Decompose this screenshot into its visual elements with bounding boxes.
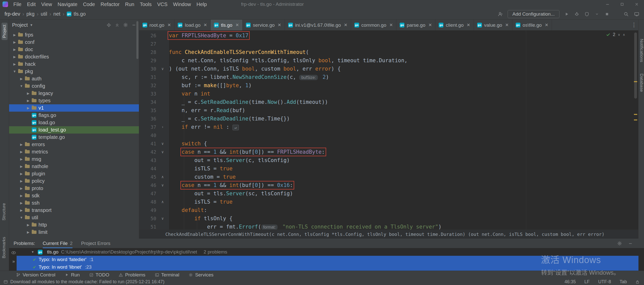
tree-chevron[interactable]: ▶ (12, 48, 18, 51)
ide-logo-icon[interactable] (3, 2, 8, 7)
code-line[interactable]: 29 c net.Conn, tlsConfig *tls.Config, tl… (139, 56, 638, 65)
fold-marker[interactable]: ∨ (159, 214, 166, 223)
code-line[interactable]: 45∧ custom = true (139, 173, 638, 181)
fold-marker[interactable]: ∨ (159, 181, 166, 189)
menu-refactor[interactable]: Refactor (98, 0, 122, 9)
menu-window[interactable]: Window (170, 0, 194, 9)
tree-item-template.go[interactable]: gotemplate.go (9, 134, 139, 141)
code-line[interactable]: 40 (139, 131, 638, 140)
code-line[interactable]: 49 default: (139, 206, 638, 214)
code-line[interactable]: 46∨ case n == 1 && int(buf[0]) == 0x16: (139, 181, 638, 189)
code-line[interactable]: 37› if err != nil : ↵ (139, 123, 638, 131)
menu-tools[interactable]: Tools (137, 0, 155, 9)
fold-marker[interactable]: ∨ (159, 140, 166, 148)
toolwindow-button-problems[interactable]: Problems (119, 272, 145, 278)
line-number[interactable]: 34 (139, 98, 159, 106)
file-encoding[interactable]: UTF-8 (598, 279, 611, 284)
tree-item-dockerfiles[interactable]: ▶dockerfiles (9, 53, 139, 60)
code-line[interactable]: 50∨ if tlsOnly { (139, 214, 638, 223)
menu-code[interactable]: Code (80, 0, 98, 9)
code-line[interactable]: 26var FRPTLSHeadByte = 0x17 (139, 31, 638, 40)
background-task-icon[interactable] (4, 280, 8, 284)
toolwindow-button-run[interactable]: Run (65, 272, 80, 278)
breadcrumb-item-pkg[interactable]: pkg (26, 11, 35, 17)
toolwindow-button-services[interactable]: Services (189, 272, 213, 278)
close-icon[interactable]: ✕ (467, 22, 470, 28)
tree-chevron[interactable]: ▶ (12, 33, 18, 37)
settings-icon[interactable] (617, 241, 622, 246)
menu-edit[interactable]: Edit (24, 0, 38, 9)
hide-icon[interactable] (132, 23, 136, 27)
problem-row[interactable]: ✔Typo: In word 'libnet':23 (17, 263, 638, 271)
tool-stripe-database[interactable]: Database (639, 74, 644, 92)
line-number[interactable]: 47 (139, 189, 159, 198)
close-button[interactable] (629, 0, 644, 9)
line-number[interactable]: 31 (139, 73, 159, 81)
line-number[interactable]: 32 (139, 81, 159, 90)
inspections-widget[interactable]: 2 ∨ ∧ (606, 32, 625, 37)
tree-chevron[interactable]: ▶ (12, 62, 18, 66)
tool-stripe-structure[interactable]: Structure (2, 203, 7, 220)
tree-item-http[interactable]: ▶http (9, 221, 139, 229)
code-line[interactable]: 36 _ = c.SetReadDeadline(time.Time{}) (139, 115, 638, 123)
status-message[interactable]: Download all modules to the module cache… (10, 279, 164, 284)
tab-service.go[interactable]: goservice.go✕ (243, 20, 285, 30)
menu-vcs[interactable]: VCS (154, 0, 170, 9)
breadcrumb-item-tls.go[interactable]: tls.go (73, 11, 86, 17)
fold-marker[interactable]: ∨ (159, 65, 166, 73)
tree-chevron[interactable]: ▶ (18, 150, 24, 154)
tree-item-sdk[interactable]: ▶sdk (9, 192, 139, 199)
tree-chevron[interactable]: ▼ (18, 216, 24, 219)
line-number[interactable]: 35 (139, 106, 159, 115)
problems-file-row[interactable]: ▼ go tls.go C:\Users\Administrator\Deskt… (9, 248, 644, 256)
tree-item-auth[interactable]: ▶auth (9, 75, 139, 82)
line-number[interactable]: 51 (139, 223, 159, 230)
close-icon[interactable]: ✕ (389, 22, 393, 28)
settings-icon[interactable] (123, 23, 128, 27)
code-line[interactable]: 44 isTLS = true (139, 165, 638, 173)
fold-marker[interactable]: ∧ (159, 173, 166, 181)
tab-value.go[interactable]: govalue.go✕ (474, 20, 512, 30)
tree-chevron[interactable]: ▶ (18, 77, 24, 81)
tree-item-transport[interactable]: ▶transport (9, 207, 139, 214)
expand-icon[interactable]: » (12, 259, 15, 264)
prev-problem-icon[interactable]: ∧ (623, 33, 625, 37)
code-line[interactable]: 48∧ isTLS = true (139, 198, 638, 206)
code-line[interactable]: 42∨ case n == 1 && int(buf[0]) == FRPTLS… (139, 148, 638, 156)
screen-share-icon[interactable] (633, 11, 640, 17)
close-icon[interactable]: ✕ (428, 22, 432, 28)
tree-item-ssh[interactable]: ▶ssh (9, 199, 139, 207)
tree-chevron[interactable]: ▶ (25, 223, 31, 227)
close-icon[interactable]: ✕ (167, 22, 171, 28)
menu-file[interactable]: File (11, 0, 24, 9)
line-number[interactable]: 43 (139, 156, 159, 165)
tree-item-pkg[interactable]: ▼pkg (9, 68, 139, 75)
tab-root.go[interactable]: goroot.go✕ (139, 20, 174, 30)
tree-item-config[interactable]: ▼config (9, 82, 139, 90)
menu-help[interactable]: Help (194, 0, 210, 9)
warning-stripe-mark[interactable] (634, 119, 637, 120)
lock-icon[interactable] (635, 280, 639, 284)
tab-tls.go[interactable]: gotls.go✕ (211, 20, 243, 30)
tool-stripe-project[interactable]: Project (2, 23, 8, 40)
code-line[interactable]: 35 n, err = r.Read(buf) (139, 106, 638, 115)
code-line[interactable]: 47 out = tls.Server(sc, tlsConfig) (139, 189, 638, 198)
tree-item-msg[interactable]: ▶msg (9, 155, 139, 163)
tree-item-flags.go[interactable]: goflags.go (9, 112, 139, 119)
line-number[interactable]: 45 (139, 173, 159, 181)
code-line[interactable]: 51 err = fmt.Errorf(format: "non-TLS con… (139, 223, 638, 230)
chevron-down-icon[interactable] (594, 11, 600, 17)
line-number[interactable]: 44 (139, 165, 159, 173)
tool-stripe-bookmarks[interactable]: Bookmarks (2, 237, 7, 258)
problems-tab-project-errors[interactable]: Project Errors (81, 239, 110, 248)
toolwindow-button-todo[interactable]: TODO (89, 272, 109, 278)
scrollbar-thumb[interactable] (634, 33, 637, 99)
fold-marker[interactable]: ∨ (159, 148, 166, 156)
close-icon[interactable]: ✕ (545, 22, 548, 28)
fold-marker[interactable]: ∧ (159, 198, 166, 206)
tree-chevron[interactable]: ▶ (18, 194, 24, 198)
line-number[interactable]: 33 (139, 90, 159, 98)
project-panel-title[interactable]: Project (12, 22, 28, 28)
line-number[interactable]: 41 (139, 140, 159, 148)
line-number[interactable]: 27 (139, 40, 159, 48)
